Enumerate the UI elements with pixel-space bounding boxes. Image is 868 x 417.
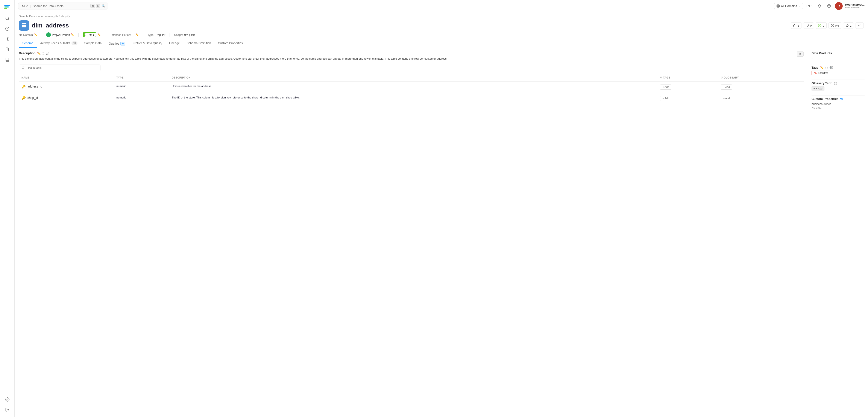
tabs-bar: Schema Activity Feeds & Tasks 10 Sample … bbox=[14, 39, 868, 48]
search-container: All | ⌘ K 🔍 bbox=[18, 3, 108, 9]
tag-chip-sensitive[interactable]: 🔖 Sensitive bbox=[811, 71, 830, 75]
tab-schema[interactable]: Schema bbox=[19, 39, 37, 48]
tag-icon: 🔖 bbox=[814, 72, 817, 74]
app-logo[interactable] bbox=[3, 3, 11, 11]
tab-profiler[interactable]: Profiler & Data Quality bbox=[129, 39, 166, 48]
owner-meta[interactable]: P Prajwal Pandit ✏️ bbox=[46, 32, 74, 37]
sidebar-item-discover[interactable] bbox=[3, 24, 12, 33]
description-ai-icon[interactable]: 💬 bbox=[46, 52, 49, 55]
share-button[interactable] bbox=[856, 22, 864, 29]
tier-meta[interactable]: Tier 1 ✏️ bbox=[83, 32, 101, 37]
type-value: Regular bbox=[156, 33, 165, 36]
breadcrumb-shopify[interactable]: shopify bbox=[61, 14, 70, 18]
cmd-key: ⌘ bbox=[90, 4, 95, 8]
add-tag-button-address-id[interactable]: + Add bbox=[660, 85, 672, 90]
thumbs-up-count: 3 bbox=[798, 24, 799, 27]
cell-desc-shop-id: The ID of the store. This column is a fo… bbox=[169, 93, 657, 104]
key-icon: 🔑 bbox=[22, 85, 26, 89]
domain-selector[interactable]: All Domains bbox=[774, 3, 803, 9]
add-tag-button-shop-id[interactable]: + Add bbox=[660, 96, 672, 101]
asset-title: dim_address bbox=[32, 22, 69, 29]
description-actions: ✏️ ⬚ 💬 bbox=[37, 52, 49, 55]
description-edit-icon[interactable]: ✏️ bbox=[37, 52, 40, 55]
tab-sample-label: Sample Data bbox=[84, 41, 102, 45]
sidebar-item-logout[interactable] bbox=[3, 405, 12, 414]
expand-button[interactable]: <> bbox=[797, 52, 804, 57]
lang-label: EN bbox=[806, 4, 810, 8]
help-button[interactable] bbox=[826, 3, 832, 9]
breadcrumb-sample-data[interactable]: Sample Data bbox=[19, 14, 35, 18]
sidebar-item-settings[interactable] bbox=[3, 395, 12, 404]
cell-name-shop-id: 🔑 shop_id bbox=[19, 93, 114, 104]
tab-queries-label: Queries bbox=[108, 42, 119, 45]
svg-marker-10 bbox=[846, 24, 848, 27]
tab-custom[interactable]: Custom Properties bbox=[214, 39, 246, 48]
retention-meta[interactable]: Retention Period: -- ✏️ bbox=[110, 33, 138, 36]
tab-profiler-label: Profiler & Data Quality bbox=[132, 41, 162, 45]
domain-meta[interactable]: No Domain ✏️ bbox=[19, 33, 37, 36]
sidebar-item-knowledge[interactable] bbox=[3, 55, 12, 64]
svg-rect-1 bbox=[4, 6, 9, 7]
asset-stats: 3 0 0 0.6 2 bbox=[791, 22, 864, 29]
tags-copy-icon[interactable]: ⬚ bbox=[825, 66, 828, 69]
svg-point-16 bbox=[22, 67, 24, 69]
add-glossary-button-address-id[interactable]: + Add bbox=[721, 85, 732, 90]
col-header-type: TYPE bbox=[114, 74, 169, 81]
retention-value: -- bbox=[132, 33, 134, 36]
retention-edit-icon[interactable]: ✏️ bbox=[135, 33, 138, 36]
tab-lineage[interactable]: Lineage bbox=[166, 39, 183, 48]
version-count: 0.6 bbox=[835, 24, 839, 27]
key-icon: 🔑 bbox=[22, 96, 26, 100]
search-scope-select[interactable]: All bbox=[21, 4, 29, 8]
table-search-input[interactable] bbox=[26, 66, 98, 69]
tags-edit-icon[interactable]: ✏️ bbox=[820, 66, 824, 69]
retention-label: Retention Period: bbox=[110, 33, 131, 36]
breadcrumb-ecommerce-db[interactable]: ecommerce_db bbox=[38, 14, 58, 18]
owner-edit-icon[interactable]: ✏️ bbox=[71, 33, 74, 36]
description-label: Description bbox=[19, 52, 35, 55]
search-icon[interactable]: 🔍 bbox=[102, 4, 105, 8]
description-copy-icon[interactable]: ⬚ bbox=[42, 52, 44, 55]
add-glossary-term-button[interactable]: + + Add bbox=[811, 86, 825, 91]
tab-schema-def-label: Schema Definition bbox=[187, 41, 211, 45]
plus-icon: + bbox=[813, 87, 815, 90]
table-row: 🔑 address_id numeric Unique identifier f… bbox=[19, 81, 804, 93]
verified-stat[interactable]: 0 bbox=[816, 22, 826, 29]
sidebar bbox=[0, 0, 14, 417]
cell-name-address-id: 🔑 address_id bbox=[19, 81, 114, 93]
tab-schema-def[interactable]: Schema Definition bbox=[183, 39, 215, 48]
cell-desc-address-id: Unique identifier for the address. bbox=[169, 81, 657, 93]
tab-activity[interactable]: Activity Feeds & Tasks 10 bbox=[37, 39, 81, 48]
sidebar-item-governance[interactable] bbox=[3, 44, 12, 54]
svg-point-12 bbox=[858, 25, 859, 26]
cell-glossary-address-id: + Add bbox=[718, 81, 804, 93]
avatar[interactable]: R bbox=[835, 2, 843, 10]
description-text: This dimension table contains the billin… bbox=[19, 57, 804, 61]
data-products-value: -- bbox=[811, 56, 813, 60]
svg-rect-0 bbox=[4, 5, 10, 6]
glossary-filter-icon[interactable]: ▽ bbox=[721, 76, 723, 79]
add-glossary-button-shop-id[interactable]: + Add bbox=[721, 96, 732, 101]
user-role: Data Steward bbox=[845, 6, 865, 9]
star-stat[interactable]: 2 bbox=[843, 22, 854, 29]
thumbs-up-stat[interactable]: 3 bbox=[791, 22, 802, 29]
table-row: 🔑 shop_id numeric The ID of the store. T… bbox=[19, 93, 804, 104]
thumbs-down-stat[interactable]: 0 bbox=[803, 22, 814, 29]
search-input[interactable] bbox=[33, 4, 89, 8]
tags-filter-icon[interactable]: ▽ bbox=[660, 76, 662, 79]
tab-activity-badge: 10 bbox=[71, 41, 77, 45]
glossary-copy-icon[interactable]: ⬚ bbox=[834, 82, 837, 85]
tab-sample[interactable]: Sample Data bbox=[81, 39, 105, 48]
view-all-link[interactable]: Vi bbox=[840, 97, 843, 101]
notifications-button[interactable] bbox=[816, 3, 823, 9]
sidebar-item-explore[interactable] bbox=[3, 14, 12, 23]
domain-edit-icon[interactable]: ✏️ bbox=[34, 33, 37, 36]
tags-ai-icon[interactable]: 💬 bbox=[830, 66, 833, 69]
svg-line-15 bbox=[859, 25, 860, 25]
sidebar-item-insights[interactable] bbox=[3, 34, 12, 44]
version-stat[interactable]: 0.6 bbox=[828, 22, 841, 29]
tab-schema-label: Schema bbox=[22, 41, 33, 45]
tab-queries[interactable]: Queries 0 bbox=[105, 39, 129, 48]
language-selector[interactable]: EN bbox=[806, 4, 813, 8]
tier-edit-icon[interactable]: ✏️ bbox=[97, 33, 101, 36]
